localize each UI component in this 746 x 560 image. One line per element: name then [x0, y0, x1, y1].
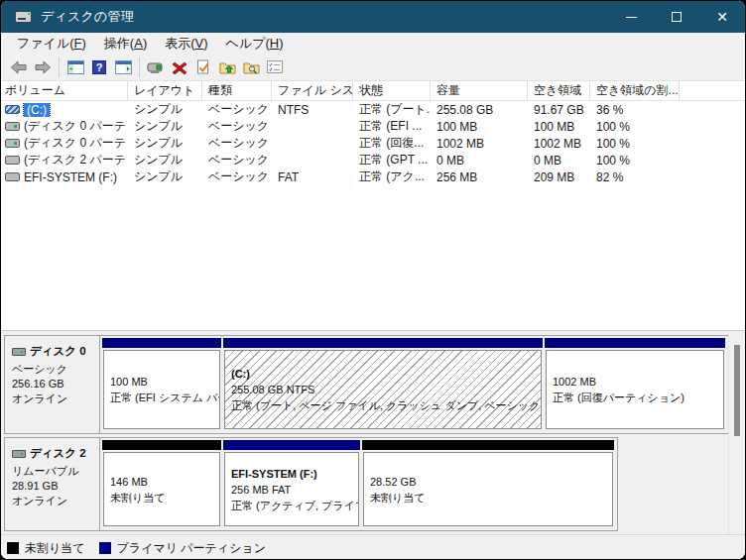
menu-bar: ファイル(F) 操作(A) 表示(V) ヘルプ(H) [1, 33, 745, 54]
disk0-partition-recovery[interactable]: 1002 MB 正常 (回復パーティション) [545, 338, 725, 431]
table-row[interactable]: (ディスク 0 パーティシ... シンプル ベーシック 正常 (回復... 10… [1, 135, 745, 152]
cell-capacity: 256 MB [431, 170, 528, 184]
cell-status: 正常 (ブート... [353, 101, 431, 118]
cell-type: ベーシック [202, 118, 272, 135]
disk2-partition-efi-system[interactable]: EFI-SYSTEM (F:) 256 MB FAT 正常 (アクティブ, プラ… [223, 440, 360, 528]
action-pane-icon[interactable] [111, 56, 135, 79]
unallocated-swatch [7, 542, 19, 554]
disk-0-kind: ベーシック [12, 362, 95, 377]
scrollbar-thumb[interactable] [734, 345, 740, 436]
cell-type: ベーシック [202, 168, 272, 185]
task-check-icon[interactable] [191, 56, 215, 79]
legend-bar: 未割り当て プライマリ パーティション [1, 534, 745, 560]
disk-2-kind: リムーバブル [12, 464, 95, 479]
cell-layout: シンプル [128, 101, 202, 118]
partition-color-bar [102, 440, 221, 450]
checklist-icon[interactable] [263, 56, 287, 79]
cell-fs: NTFS [272, 103, 353, 117]
cell-type: ベーシック [202, 152, 272, 168]
disk0-partition-c[interactable]: (C:) 255.08 GB NTFS 正常 (ブート, ページ ファイル, ク… [223, 338, 543, 431]
disk-2-label[interactable]: ディスク 2 リムーバブル 28.91 GB オンライン [5, 438, 100, 530]
menu-help[interactable]: ヘルプ(H) [217, 33, 293, 55]
partition-color-bar [223, 338, 543, 348]
cell-layout: シンプル [128, 135, 202, 152]
partition-color-bar [362, 440, 614, 450]
col-header-layout[interactable]: レイアウト [128, 81, 202, 100]
toolbar-separator [59, 57, 60, 77]
partition-color-bar [545, 338, 725, 348]
menu-view[interactable]: 表示(V) [156, 33, 216, 55]
cell-status: 正常 (回復... [353, 135, 431, 152]
volume-name: (ディスク 0 パーティシ... [24, 135, 128, 152]
cell-capacity: 100 MB [431, 120, 528, 134]
disk-0-row: ディスク 0 ベーシック 256.16 GB オンライン 100 MB 正常 (… [4, 335, 729, 434]
cell-free: 91.67 GB [528, 103, 590, 117]
minimize-icon [626, 17, 637, 18]
volume-name-selected: (C:) [24, 103, 50, 117]
folder-up-icon[interactable] [215, 56, 239, 79]
forward-icon[interactable] [31, 56, 55, 79]
menu-action[interactable]: 操作(A) [95, 33, 156, 55]
disk-icon [12, 348, 26, 356]
partition-color-bar [102, 338, 221, 348]
disk-icon [12, 450, 26, 458]
table-row[interactable]: (C:) シンプル ベーシック NTFS 正常 (ブート... 255.08 G… [1, 101, 745, 118]
volume-drive-icon [5, 156, 20, 165]
disk-2-row: ディスク 2 リムーバブル 28.91 GB オンライン 146 MB 未割り当… [4, 437, 618, 531]
cell-free: 1002 MB [528, 137, 590, 151]
device-icon[interactable] [144, 56, 168, 79]
table-row[interactable]: (ディスク 0 パーティシ... シンプル ベーシック 正常 (EFI ... … [1, 118, 745, 135]
back-icon[interactable] [7, 56, 31, 79]
volume-drive-icon [5, 105, 20, 114]
disk-management-window: ディスクの管理 ✕ ファイル(F) 操作(A) 表示(V) ヘルプ(H) ? [0, 0, 746, 560]
maximize-button[interactable] [654, 1, 699, 33]
disk2-unallocated-2[interactable]: 28.52 GB 未割り当て [362, 440, 614, 528]
vertical-scrollbar[interactable] [728, 331, 745, 534]
disk-0-size: 256.16 GB [12, 377, 95, 392]
col-header-status[interactable]: 状態 [353, 81, 431, 100]
minimize-button[interactable] [608, 1, 654, 33]
col-header-free-pct[interactable]: 空き領域の割... [590, 81, 680, 100]
table-row[interactable]: EFI-SYSTEM (F:) シンプル ベーシック FAT 正常 (アク...… [1, 168, 745, 185]
table-row[interactable]: (ディスク 2 パーティシ... シンプル ベーシック 正常 (GPT ... … [1, 152, 745, 168]
help-icon[interactable]: ? [87, 56, 111, 79]
cell-free: 100 MB [528, 120, 590, 134]
delete-icon[interactable] [168, 56, 191, 79]
toolbar: ? [1, 54, 745, 81]
folder-search-icon[interactable] [239, 56, 263, 79]
cell-status: 正常 (GPT ... [353, 152, 431, 168]
cell-fs: FAT [272, 170, 353, 184]
window-title: ディスクの管理 [41, 8, 134, 26]
volume-drive-icon [5, 172, 20, 181]
menu-file[interactable]: ファイル(F) [8, 33, 95, 55]
volume-list-header: ボリューム レイアウト 種類 ファイル システム 状態 容量 空き領域 空き領域… [1, 81, 745, 101]
cell-type: ベーシック [202, 101, 272, 118]
maximize-icon [672, 12, 682, 22]
disk0-partition-efi[interactable]: 100 MB 正常 (EFI システム パー [102, 338, 221, 431]
disk-2-status: オンライン [12, 494, 95, 508]
primary-partition-label: プライマリ パーティション [117, 540, 266, 557]
graphical-view-pane: ディスク 0 ベーシック 256.16 GB オンライン 100 MB 正常 (… [1, 331, 745, 534]
cell-capacity: 0 MB [431, 154, 528, 168]
col-header-filesystem[interactable]: ファイル システム [272, 81, 353, 100]
cell-layout: シンプル [128, 152, 202, 168]
cell-capacity: 255.08 GB [431, 103, 528, 117]
volume-name: (ディスク 2 パーティシ... [24, 152, 128, 168]
disk-0-label[interactable]: ディスク 0 ベーシック 256.16 GB オンライン [5, 336, 100, 433]
col-header-capacity[interactable]: 容量 [431, 81, 528, 100]
col-header-blank [680, 81, 745, 100]
primary-partition-swatch [99, 542, 111, 554]
cell-pct: 100 % [590, 137, 680, 151]
console-tree-icon[interactable] [63, 56, 87, 79]
svg-text:?: ? [96, 61, 103, 73]
cell-pct: 36 % [590, 103, 680, 117]
cell-layout: シンプル [128, 118, 202, 135]
col-header-volume[interactable]: ボリューム [1, 81, 128, 100]
cell-pct: 100 % [590, 120, 680, 134]
cell-pct: 100 % [590, 154, 680, 168]
disk2-unallocated-1[interactable]: 146 MB 未割り当て [102, 440, 221, 528]
col-header-type[interactable]: 種類 [202, 81, 272, 100]
close-button[interactable]: ✕ [699, 1, 745, 33]
unallocated-label: 未割り当て [25, 540, 85, 557]
col-header-free[interactable]: 空き領域 [528, 81, 590, 100]
